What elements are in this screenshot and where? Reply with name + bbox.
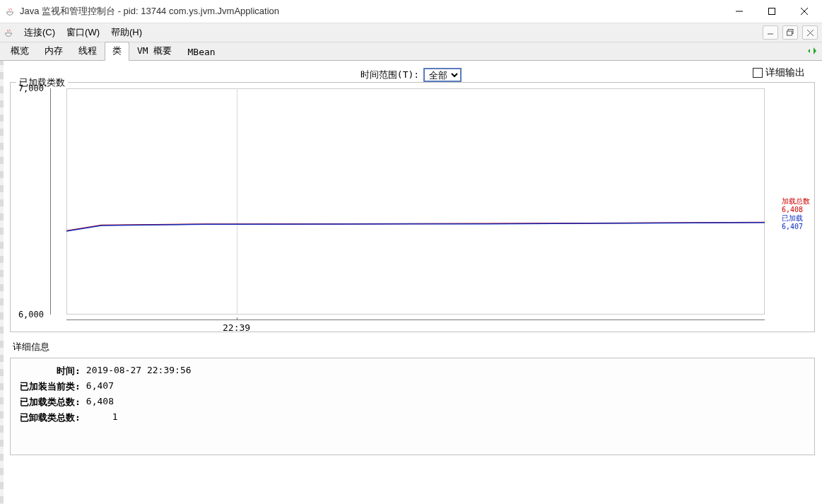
menu-connect[interactable]: 连接(C) — [18, 23, 61, 42]
x-tick-line — [237, 317, 237, 320]
detail-row-time: 时间:2019-08-27 22:39:56 — [18, 364, 194, 378]
detail-key: 已卸载类总数: — [18, 411, 83, 425]
internal-minimize-button[interactable] — [763, 25, 778, 40]
tab-classes[interactable]: 类 — [105, 42, 129, 61]
window-titlebar: Java 监视和管理控制台 - pid: 13744 com.ys.jvm.Jv… — [0, 0, 822, 23]
tab-overview[interactable]: 概览 — [3, 42, 37, 61]
detail-row-loaded-current: 已加装当前类:6,407 — [18, 380, 194, 394]
menu-window[interactable]: 窗口(W) — [61, 23, 105, 42]
legend-series-1-val: 6,407 — [782, 223, 810, 231]
chart-plot-area: 7,000 6,000 22:39 加载总数 6,408 已加载 6,407 — [50, 88, 765, 315]
internal-window-buttons — [763, 25, 818, 40]
window-title: Java 监视和管理控制台 - pid: 13744 com.ys.jvm.Jv… — [20, 5, 723, 18]
detail-val: 1 — [84, 411, 194, 425]
chart-svg — [66, 88, 765, 315]
internal-restore-button[interactable] — [782, 25, 798, 40]
detail-key: 时间: — [18, 364, 83, 378]
details-panel: 时间:2019-08-27 22:39:56 已加装当前类:6,407 已加载类… — [10, 358, 815, 455]
window-close-button[interactable] — [788, 1, 821, 22]
internal-close-button[interactable] — [802, 25, 818, 40]
connection-status-icon — [804, 45, 816, 59]
tab-mbean[interactable]: MBean — [180, 44, 223, 61]
detail-val: 2019-08-27 22:39:56 — [84, 364, 194, 378]
loaded-classes-chart: 已加载类数 7,000 6,000 22:39 加载总数 6,408 已加载 6… — [10, 82, 815, 332]
legend-series-0-name: 加载总数 — [782, 197, 810, 206]
app-menubar: 连接(C) 窗口(W) 帮助(H) — [0, 23, 822, 42]
menu-help[interactable]: 帮助(H) — [105, 23, 148, 42]
tab-bar: 概览 内存 线程 类 VM 概要 MBean — [0, 42, 822, 61]
time-range-label: 时间范围(T): — [360, 69, 419, 81]
svg-rect-6 — [787, 31, 792, 35]
y-tick-max: 7,000 — [8, 83, 44, 93]
window-maximize-button[interactable] — [756, 1, 788, 22]
detail-val: 6,407 — [84, 380, 194, 394]
java-app-icon — [3, 27, 14, 38]
time-range-select[interactable]: 全部 — [423, 68, 462, 82]
verbose-output-label: 详细输出 — [765, 66, 805, 79]
detail-key: 已加载类总数: — [18, 395, 83, 409]
detail-row-loaded-total: 已加载类总数:6,408 — [18, 395, 194, 409]
checkbox-icon — [753, 68, 763, 78]
y-tick-min: 6,000 — [8, 310, 44, 320]
chart-legend: 加载总数 6,408 已加载 6,407 — [782, 197, 810, 231]
tab-memory[interactable]: 内存 — [37, 42, 71, 61]
svg-rect-1 — [769, 8, 775, 15]
detail-val: 6,408 — [84, 395, 194, 409]
x-tick-label: 22:39 — [223, 322, 250, 333]
detail-key: 已加装当前类: — [18, 380, 83, 394]
details-title: 详细信息 — [10, 341, 815, 353]
java-app-icon — [4, 6, 16, 17]
legend-series-0-val: 6,408 — [782, 206, 810, 214]
x-axis — [66, 320, 765, 320]
window-minimize-button[interactable] — [723, 1, 756, 22]
legend-series-1-name: 已加载 — [782, 214, 810, 223]
detail-row-unloaded: 已卸载类总数:1 — [18, 411, 194, 425]
verbose-output-toggle[interactable]: 详细输出 — [753, 66, 805, 79]
tab-vmsummary[interactable]: VM 概要 — [129, 42, 180, 61]
tab-threads[interactable]: 线程 — [71, 42, 105, 61]
